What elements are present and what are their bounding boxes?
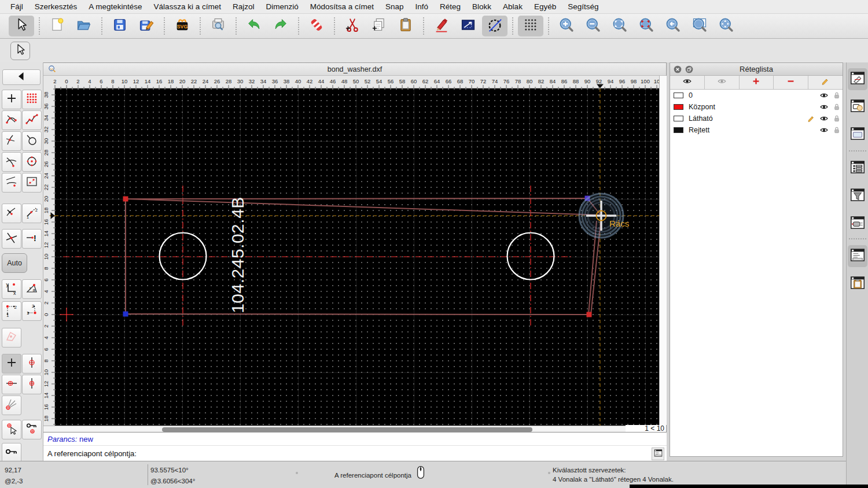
zoom-previous-button[interactable]: [660, 16, 686, 36]
add-layer-button[interactable]: [740, 76, 774, 89]
line-properties-button[interactable]: [455, 16, 481, 36]
zoom-window-button[interactable]: [687, 16, 712, 36]
paste-button[interactable]: [393, 16, 418, 36]
layer-lock-icon[interactable]: [832, 102, 841, 113]
circle-tool-button[interactable]: [482, 16, 507, 36]
layer-visibility-eye-icon[interactable]: [819, 114, 829, 125]
snap-auto-button[interactable]: Auto: [2, 253, 27, 273]
menu-ablak[interactable]: Ablak: [497, 2, 528, 11]
modify-move-copy-tool[interactable]: 12: [22, 204, 42, 223]
drawing-canvas[interactable]: 104.245.02.4BRács: [55, 88, 659, 426]
draw-arc-tool[interactable]: [2, 152, 21, 172]
menu-dimenzi-[interactable]: Dimenzió: [260, 2, 304, 11]
command-detach-button[interactable]: [652, 448, 664, 460]
zoom-out-button[interactable]: [580, 16, 606, 36]
coord-cartesian-tool[interactable]: yx: [2, 279, 21, 299]
attributes-button[interactable]: [429, 16, 454, 36]
menu-egy-b[interactable]: Egyéb: [528, 2, 562, 11]
zoom-in-button[interactable]: [554, 16, 579, 36]
contour-select-tool[interactable]: [2, 328, 21, 347]
dock-pen-toggle[interactable]: [848, 68, 867, 90]
dock-layer-list-toggle[interactable]: [848, 157, 867, 179]
menu-seg-ts-g[interactable]: Segítség: [562, 2, 604, 11]
dock-command-toggle[interactable]: [848, 245, 867, 267]
redo-button[interactable]: [268, 16, 293, 36]
dock-plugin-toggle[interactable]: [848, 213, 867, 235]
snap-middle-button[interactable]: [22, 375, 42, 394]
layer-lock-icon[interactable]: [832, 125, 841, 136]
layer-row-l-that-[interactable]: Látható: [670, 113, 843, 124]
draw-polyline-tool[interactable]: [22, 110, 42, 130]
edit-layer-button[interactable]: [808, 76, 843, 89]
layer-visibility-eye-icon[interactable]: [819, 91, 829, 102]
modify-trim-tool[interactable]: !: [22, 229, 42, 249]
draw-circle-center-tool[interactable]: [22, 152, 42, 172]
layer-visibility-eye-icon[interactable]: [819, 102, 829, 113]
cut-button[interactable]: [340, 16, 365, 36]
restrict-lock-button[interactable]: [22, 420, 42, 439]
layer-color-swatch[interactable]: [674, 104, 683, 110]
draw-parallel-tool[interactable]: [2, 173, 21, 193]
zoom-redraw-button[interactable]: [634, 16, 659, 36]
dock-blocks-toggle[interactable]: [848, 96, 867, 118]
copy-button[interactable]: [366, 16, 392, 36]
show-all-layers-button[interactable]: [670, 76, 705, 89]
remove-layer-button[interactable]: [774, 76, 808, 89]
drawing-window-titlebar[interactable]: bond_washer.dxf: [43, 63, 666, 76]
draw-point-tool[interactable]: [2, 90, 21, 109]
save-button[interactable]: [107, 16, 133, 36]
layer-color-swatch[interactable]: [674, 127, 683, 133]
snap-angle-button[interactable]: [2, 395, 21, 415]
draw-rect-tool[interactable]: [22, 173, 42, 193]
grid-toggle-button[interactable]: [518, 16, 543, 36]
snap-entity-button[interactable]: [2, 420, 21, 439]
layer-row-0[interactable]: 0: [670, 90, 843, 101]
modify-move-tool[interactable]: [2, 204, 21, 223]
coord-polar-tool[interactable]: ra: [22, 279, 42, 299]
menu-f-jl[interactable]: Fájl: [5, 2, 29, 11]
modify-intersect-tool[interactable]: [2, 229, 21, 249]
select-tool-button[interactable]: [10, 42, 30, 60]
dock-library-toggle[interactable]: [848, 124, 867, 146]
draw-freehand-tool[interactable]: [22, 131, 42, 151]
layer-color-swatch[interactable]: [674, 93, 683, 98]
corner-order-tool-2[interactable]: 12: [22, 301, 42, 321]
delete-button[interactable]: [304, 16, 329, 36]
close-panel-button[interactable]: [673, 65, 682, 74]
horizontal-scrollbar-thumb[interactable]: [162, 427, 532, 432]
menu-inf-[interactable]: Infó: [410, 2, 435, 11]
command-input[interactable]: [137, 448, 652, 460]
undock-panel-button[interactable]: [685, 65, 694, 74]
menu-m-dos-tsa-a-c-met[interactable]: Módosítsa a címet: [304, 2, 380, 11]
vertical-scrollbar[interactable]: [659, 76, 667, 425]
snap-grid-button[interactable]: [22, 354, 42, 374]
menu-r-teg[interactable]: Réteg: [434, 2, 466, 11]
lock-relative-zero-button[interactable]: [2, 443, 21, 463]
draw-spline-tool[interactable]: [2, 110, 21, 130]
zoom-pan-button[interactable]: [713, 16, 739, 36]
layer-lock-icon[interactable]: [832, 114, 841, 125]
print-preview-button[interactable]: [205, 16, 231, 36]
zoom-auto-button[interactable]: [607, 16, 632, 36]
new-file-button[interactable]: [45, 16, 70, 36]
menu-snap[interactable]: Snap: [380, 2, 410, 11]
draw-point-grid-tool[interactable]: [22, 90, 42, 109]
hide-all-layers-button[interactable]: [705, 76, 740, 89]
snap-endpoint-button[interactable]: [2, 375, 21, 394]
layer-lock-icon[interactable]: [832, 91, 841, 102]
open-file-button[interactable]: [71, 16, 97, 36]
layer-color-swatch[interactable]: [674, 116, 683, 121]
dock-clipboard-toggle[interactable]: [848, 273, 867, 295]
menu-blokk[interactable]: Blokk: [466, 2, 497, 11]
layer-visibility-eye-icon[interactable]: [819, 125, 829, 136]
menu-rajzol[interactable]: Rajzol: [227, 2, 260, 11]
export-svg-button[interactable]: SVG: [170, 16, 195, 36]
layer-row-k-zpont[interactable]: Központ: [670, 101, 843, 113]
collapse-back-button[interactable]: [2, 69, 41, 85]
undo-button[interactable]: [241, 16, 267, 36]
select-arrow-button[interactable]: [9, 16, 34, 36]
layer-row-rejtett[interactable]: Rejtett: [670, 124, 843, 136]
snap-free-button[interactable]: [2, 354, 21, 374]
draw-tangent-tool[interactable]: [2, 131, 21, 151]
menu-szerkeszt-s[interactable]: Szerkesztés: [29, 2, 83, 11]
